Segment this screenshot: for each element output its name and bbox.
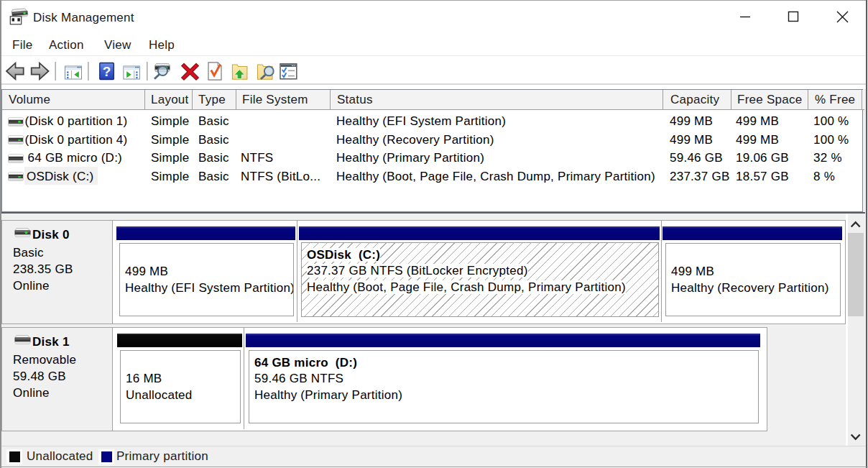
svg-text:?: ? bbox=[103, 64, 111, 79]
